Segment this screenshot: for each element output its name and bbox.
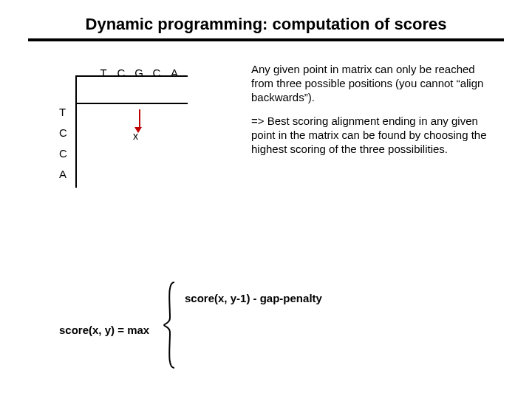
row-header: A <box>59 164 67 185</box>
row-header: C <box>59 143 67 164</box>
title-underline <box>28 38 504 41</box>
row-header: T <box>59 102 67 123</box>
formula-lhs: score(x, y) = max <box>59 324 149 336</box>
paragraph-2: => Best scoring alignment ending in any … <box>251 115 495 156</box>
explanation-text: Any given point in matrix can only be re… <box>251 63 495 167</box>
row-headers: T C C A <box>59 102 67 185</box>
matrix-frame: x <box>75 75 188 188</box>
formula-cases: score(x, y-1) - gap-penalty <box>185 285 322 312</box>
marked-cell-x: x <box>133 130 138 142</box>
row-header: C <box>59 123 67 143</box>
paragraph-1: Any given point in matrix can only be re… <box>251 63 495 104</box>
slide-title: Dynamic programming: computation of scor… <box>0 15 532 34</box>
brace-icon <box>163 281 179 372</box>
matrix-header-divider <box>77 103 188 104</box>
formula-case-1: score(x, y-1) - gap-penalty <box>185 285 322 312</box>
